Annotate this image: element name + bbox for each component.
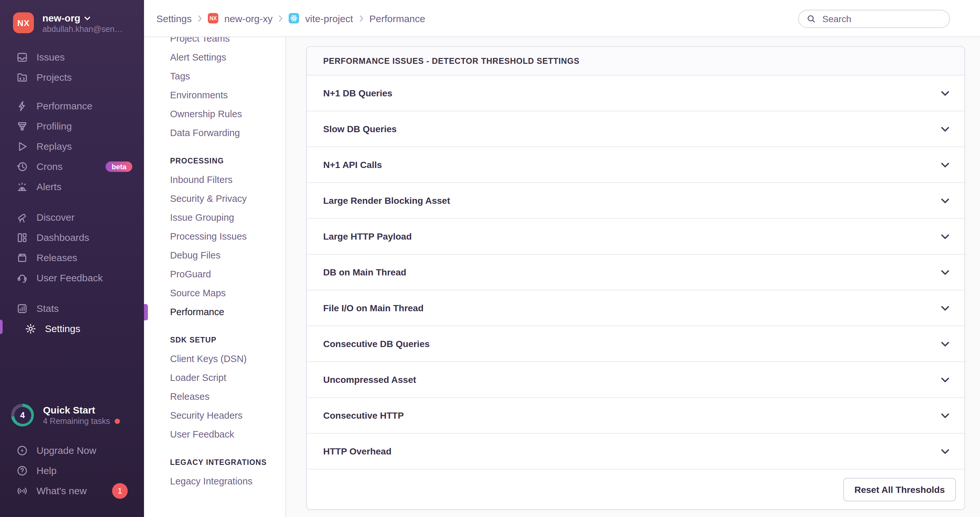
settings-nav-client-keys[interactable]: Client Keys (DSN) (144, 350, 285, 368)
active-nav-indicator (144, 304, 148, 320)
settings-nav-section-sdk-setup: SDK SETUP (144, 331, 285, 350)
org-name: new-org (42, 13, 81, 24)
sidebar-item-crons[interactable]: Crons beta (0, 156, 144, 176)
chevron-down-icon (940, 160, 950, 170)
settings-nav-environments[interactable]: Environments (144, 86, 285, 105)
sidebar-item-projects[interactable]: Projects (0, 67, 144, 87)
search-input[interactable] (821, 13, 942, 25)
user-feedback-icon (16, 272, 28, 284)
chevron-down-icon (940, 196, 950, 205)
stats-icon (16, 303, 28, 314)
detector-row-http-overhead[interactable]: HTTP Overhead (307, 434, 964, 469)
sidebar-item-help[interactable]: Help (0, 460, 144, 481)
panel-footer: Reset All Thresholds (307, 469, 964, 510)
help-icon (16, 465, 28, 476)
settings-nav-issue-grouping[interactable]: Issue Grouping (144, 208, 285, 227)
sidebar-item-upgrade-now[interactable]: Upgrade Now (0, 440, 144, 460)
breadcrumb-separator-icon (359, 15, 364, 22)
settings-nav-debug-files[interactable]: Debug Files (144, 246, 285, 265)
panel-title: PERFORMANCE ISSUES - DETECTOR THRESHOLD … (307, 47, 964, 76)
sidebar-item-whats-new[interactable]: What's new 1 (0, 481, 144, 501)
sidebar-item-stats[interactable]: Stats (0, 298, 144, 319)
beta-badge: beta (106, 161, 132, 171)
whats-new-badge: 1 (112, 483, 128, 498)
topbar: Settings NX new-org-xy vite-project Perf… (144, 0, 980, 37)
notification-dot (115, 419, 120, 424)
detector-row-consecutive-http[interactable]: Consecutive HTTP (307, 398, 964, 434)
settings-nav-section-legacy: LEGACY INTEGRATIONS (144, 453, 285, 472)
projects-icon (16, 71, 28, 83)
dashboards-icon (16, 232, 28, 243)
sidebar-item-discover[interactable]: Discover (0, 207, 144, 227)
settings-nav-legacy-integrations[interactable]: Legacy Integrations (144, 472, 285, 491)
sidebar-footer: Upgrade Now Help What's new 1 (0, 440, 144, 501)
releases-icon (16, 252, 28, 263)
settings-nav-performance[interactable]: Performance (144, 303, 285, 322)
settings-nav-ownership-rules[interactable]: Ownership Rules (144, 105, 285, 124)
detector-row-consecutive-db-queries[interactable]: Consecutive DB Queries (307, 326, 964, 362)
sidebar-item-alerts[interactable]: Alerts (0, 176, 144, 197)
settings-nav-releases[interactable]: Releases (144, 387, 285, 406)
chevron-down-icon (940, 232, 950, 241)
detector-row-slow-db-queries[interactable]: Slow DB Queries (307, 111, 964, 147)
chevron-down-icon (940, 446, 950, 456)
search-icon (807, 14, 816, 24)
quickstart-panel[interactable]: 4 Quick Start 4 Remaining tasks (11, 404, 120, 427)
org-badge: NX (208, 13, 218, 24)
breadcrumb-separator-icon (197, 15, 202, 22)
detector-row-large-http-payload[interactable]: Large HTTP Payload (307, 219, 964, 255)
sidebar-item-user-feedback[interactable]: User Feedback (0, 268, 144, 288)
performance-icon (16, 100, 28, 112)
settings-nav-source-maps[interactable]: Source Maps (144, 284, 285, 303)
settings-nav-security-privacy[interactable]: Security & Privacy (144, 189, 285, 208)
active-item-accent-bar (0, 320, 3, 334)
sidebar-item-replays[interactable]: Replays (0, 136, 144, 156)
react-project-icon (289, 13, 299, 24)
settings-nav-inbound-filters[interactable]: Inbound Filters (144, 171, 285, 189)
reset-all-thresholds-button[interactable]: Reset All Thresholds (843, 478, 956, 501)
sidebar-group-observability: Performance Profiling Replays Crons beta… (0, 96, 144, 197)
sidebar-item-dashboards[interactable]: Dashboards (0, 227, 144, 247)
breadcrumb-project[interactable]: vite-project (305, 13, 353, 24)
chevron-down-icon (940, 124, 950, 134)
chevron-down-icon (940, 303, 950, 313)
org-switcher[interactable]: NX new-org abdullah.khan@sen… (13, 13, 123, 35)
settings-nav-alert-settings[interactable]: Alert Settings (144, 48, 285, 67)
settings-nav-user-feedback[interactable]: User Feedback (144, 425, 285, 444)
sidebar-item-profiling[interactable]: Profiling (0, 116, 144, 136)
sidebar-item-issues[interactable]: Issues (0, 47, 144, 67)
chevron-down-icon (940, 411, 950, 420)
detector-row-db-on-main-thread[interactable]: DB on Main Thread (307, 255, 964, 290)
detector-row-uncompressed-asset[interactable]: Uncompressed Asset (307, 362, 964, 398)
detector-row-file-io-on-main-thread[interactable]: File I/O on Main Thread (307, 290, 964, 326)
detector-row-large-render-blocking-asset[interactable]: Large Render Blocking Asset (307, 183, 964, 219)
discover-icon (16, 211, 28, 223)
breadcrumb-settings[interactable]: Settings (156, 13, 192, 24)
upgrade-icon (16, 444, 28, 456)
settings-icon (25, 323, 37, 335)
breadcrumb-performance: Performance (369, 13, 425, 24)
sidebar-group-dashboards: Discover Dashboards Releases User Feedba… (0, 207, 144, 288)
settings-nav-proguard[interactable]: ProGuard (144, 265, 285, 284)
settings-nav-loader-script[interactable]: Loader Script (144, 368, 285, 387)
settings-nav-tags[interactable]: Tags (144, 67, 285, 86)
chevron-down-icon (84, 16, 91, 20)
sidebar-item-performance[interactable]: Performance (0, 96, 144, 116)
breadcrumb-separator-icon (278, 15, 283, 22)
settings-nav-data-forwarding[interactable]: Data Forwarding (144, 124, 285, 143)
settings-nav-section-processing: PROCESSING (144, 152, 285, 171)
search-box[interactable] (798, 10, 950, 28)
org-email: abdullah.khan@sen… (42, 24, 123, 35)
settings-nav-processing-issues[interactable]: Processing Issues (144, 227, 285, 246)
sidebar-item-settings[interactable]: Settings (0, 319, 144, 339)
detector-row-n1-db-queries[interactable]: N+1 DB Queries (307, 76, 964, 111)
sidebar-item-releases[interactable]: Releases (0, 247, 144, 268)
settings-nav-security-headers[interactable]: Security Headers (144, 406, 285, 425)
quickstart-progress-ring: 4 (11, 404, 34, 427)
breadcrumb-org[interactable]: new-org-xy (224, 13, 272, 24)
chevron-down-icon (940, 267, 950, 277)
detector-row-n1-api-calls[interactable]: N+1 API Calls (307, 147, 964, 183)
profiling-icon (16, 120, 28, 132)
app-root: NX new-org abdullah.khan@sen… Issues Pro… (0, 0, 980, 517)
sidebar-group-main: Issues Projects (0, 47, 144, 87)
